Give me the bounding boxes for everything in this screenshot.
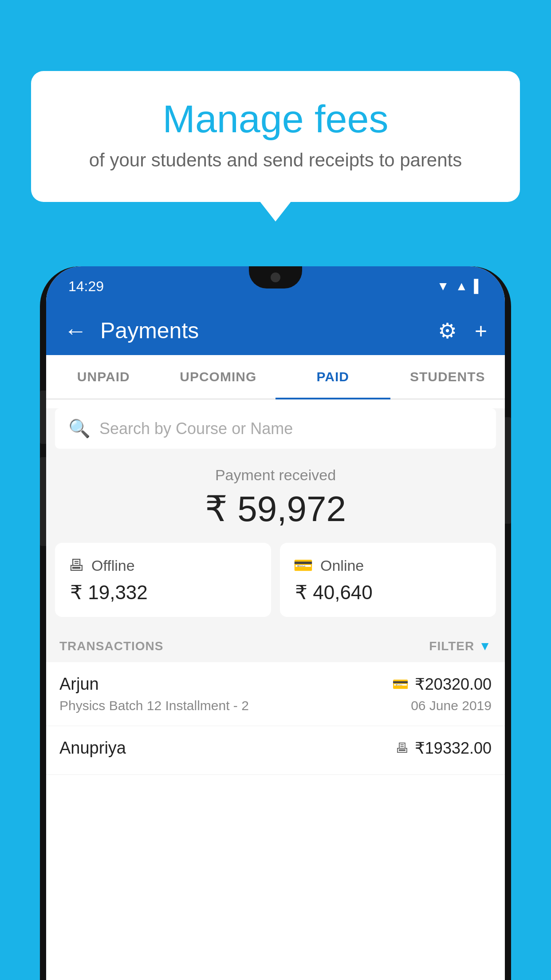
transaction-amount-wrapper: 🖶 ₹19332.00	[395, 739, 492, 758]
online-label: Online	[320, 557, 364, 574]
app-bar: ← Payments ⚙ +	[46, 306, 505, 355]
battery-icon: ▌	[474, 279, 483, 293]
filter-button[interactable]: FILTER ▼	[429, 639, 492, 653]
wifi-icon: ▼	[437, 279, 449, 293]
bubble-subtitle: of your students and send receipts to pa…	[67, 150, 484, 171]
online-amount: ₹ 40,640	[293, 581, 483, 604]
transaction-amount: ₹20320.00	[415, 675, 492, 694]
transaction-payment-icon: 💳	[392, 676, 409, 692]
transaction-row[interactable]: Arjun 💳 ₹20320.00 Physics Batch 12 Insta…	[46, 662, 505, 726]
bubble-title: Manage fees	[67, 98, 484, 141]
search-icon: 🔍	[68, 418, 91, 439]
transaction-amount: ₹19332.00	[415, 739, 492, 758]
tab-unpaid[interactable]: UNPAID	[46, 355, 161, 399]
status-icons: ▼ ▲ ▌	[437, 279, 483, 293]
payment-summary: Payment received ₹ 59,972	[46, 449, 505, 543]
tab-students[interactable]: STUDENTS	[390, 355, 505, 399]
speech-bubble: Manage fees of your students and send re…	[31, 71, 520, 202]
online-card-header: 💳 Online	[293, 556, 483, 575]
offline-amount: ₹ 19,332	[68, 581, 258, 604]
search-placeholder: Search by Course or Name	[99, 419, 293, 438]
app-content: 🔍 Search by Course or Name Payment recei…	[46, 408, 505, 775]
phone-power-button	[505, 417, 511, 524]
tab-bar: UNPAID UPCOMING PAID STUDENTS	[46, 355, 505, 399]
settings-button[interactable]: ⚙	[438, 318, 457, 343]
filter-text: FILTER	[429, 639, 474, 653]
transaction-row-bottom: Physics Batch 12 Installment - 2 06 June…	[59, 698, 492, 713]
search-bar[interactable]: 🔍 Search by Course or Name	[55, 408, 496, 449]
back-button[interactable]: ←	[64, 317, 87, 344]
phone-screen: 14:29 ▼ ▲ ▌ ← Payments ⚙ + UNPAID	[46, 266, 505, 980]
camera	[271, 273, 280, 282]
transactions-label: TRANSACTIONS	[59, 639, 163, 653]
transactions-header: TRANSACTIONS FILTER ▼	[46, 630, 505, 662]
payment-label: Payment received	[55, 466, 496, 484]
online-payment-card: 💳 Online ₹ 40,640	[280, 543, 496, 617]
transaction-date: 06 June 2019	[411, 698, 492, 713]
add-button[interactable]: +	[475, 319, 487, 343]
transaction-row-top: Anupriya 🖶 ₹19332.00	[59, 739, 492, 758]
tab-upcoming[interactable]: UPCOMING	[161, 355, 276, 399]
app-bar-actions: ⚙ +	[438, 318, 487, 343]
status-time: 14:29	[68, 278, 104, 295]
app-title: Payments	[100, 318, 438, 344]
offline-card-header: 🖶 Offline	[68, 556, 258, 575]
phone-frame: 14:29 ▼ ▲ ▌ ← Payments ⚙ + UNPAID	[40, 266, 511, 980]
transaction-description: Physics Batch 12 Installment - 2	[59, 698, 249, 713]
status-bar: 14:29 ▼ ▲ ▌	[46, 266, 505, 306]
payment-amount: ₹ 59,972	[55, 488, 496, 530]
phone-side-button-1	[40, 391, 46, 444]
filter-icon: ▼	[479, 639, 492, 653]
transaction-name: Arjun	[59, 675, 99, 694]
phone-notch	[249, 266, 302, 288]
online-icon: 💳	[293, 556, 313, 575]
transaction-payment-icon: 🖶	[395, 741, 409, 756]
transaction-row[interactable]: Anupriya 🖶 ₹19332.00	[46, 726, 505, 775]
transaction-row-top: Arjun 💳 ₹20320.00	[59, 675, 492, 694]
offline-label: Offline	[91, 557, 135, 574]
transaction-name: Anupriya	[59, 739, 126, 758]
offline-payment-card: 🖶 Offline ₹ 19,332	[55, 543, 271, 617]
offline-icon: 🖶	[68, 556, 84, 575]
payment-cards: 🖶 Offline ₹ 19,332 💳 Online ₹ 40,640	[46, 543, 505, 630]
tab-paid[interactable]: PAID	[276, 355, 390, 399]
signal-icon: ▲	[455, 279, 468, 293]
transaction-amount-wrapper: 💳 ₹20320.00	[392, 675, 492, 694]
speech-bubble-container: Manage fees of your students and send re…	[31, 71, 520, 202]
phone-side-button-2	[40, 457, 46, 546]
